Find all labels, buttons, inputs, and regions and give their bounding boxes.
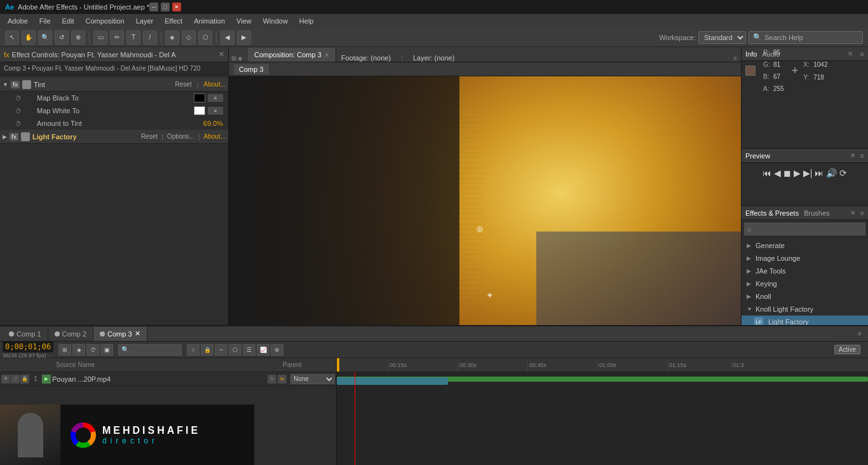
timeline-tab-comp2[interactable]: Comp 2 bbox=[48, 327, 94, 341]
menu-composition[interactable]: Composition bbox=[81, 16, 130, 26]
tl-warp2-btn[interactable]: ⊛ bbox=[271, 344, 283, 356]
timeline-search-input[interactable] bbox=[118, 344, 182, 356]
workspace-select[interactable]: Standard bbox=[698, 31, 746, 44]
tint-collapse-arrow[interactable]: ▼ bbox=[3, 81, 8, 88]
timeline-tab-comp1[interactable]: Comp 1 bbox=[3, 327, 48, 341]
tool-pen[interactable]: ✏ bbox=[110, 31, 124, 45]
preview-stop[interactable]: ◼ bbox=[783, 168, 791, 178]
effects-search-input[interactable] bbox=[744, 223, 865, 235]
search-help-input[interactable]: 🔍 Search Help bbox=[749, 31, 863, 44]
minimize-button[interactable]: ─ bbox=[149, 3, 158, 11]
preview-audio[interactable]: 🔊 bbox=[826, 168, 837, 178]
preview-last[interactable]: ⏭ bbox=[815, 168, 824, 178]
preview-tab[interactable]: Preview bbox=[745, 152, 770, 160]
tint-checkbox[interactable] bbox=[22, 80, 31, 89]
effect-controls-close[interactable]: ✕ bbox=[219, 50, 224, 59]
lf-collapse-arrow[interactable]: ▶ bbox=[3, 134, 7, 140]
tl-hide-btn[interactable]: ○ bbox=[187, 344, 200, 356]
effects-presets-tab[interactable]: Effects & Presets bbox=[745, 209, 799, 217]
amount-to-tint-value[interactable]: 69.0% bbox=[203, 120, 223, 127]
menu-view[interactable]: View bbox=[231, 16, 257, 26]
footage-tab[interactable]: Footage: (none) bbox=[341, 54, 391, 62]
preview-menu[interactable]: ≡ bbox=[860, 152, 864, 160]
layer-eye[interactable]: 👁 bbox=[1, 375, 10, 384]
tool-text[interactable]: T bbox=[126, 31, 140, 45]
tree-item-image-lounge[interactable]: ▶ Image Lounge bbox=[742, 252, 868, 265]
layer-solo[interactable]: ☉ bbox=[11, 375, 20, 384]
menu-file[interactable]: File bbox=[34, 16, 56, 26]
tool-rect[interactable]: ▭ bbox=[93, 31, 107, 45]
tl-panel-menu[interactable]: ≡ bbox=[858, 330, 862, 337]
layer-name[interactable]: Pouyan ...20P.mp4 bbox=[52, 375, 266, 383]
preview-next[interactable]: ▶| bbox=[803, 168, 813, 178]
tool-shape[interactable]: ◇ bbox=[182, 31, 196, 45]
tl-motion-btn[interactable]: ☰ bbox=[243, 344, 255, 356]
preview-close[interactable]: ✕ bbox=[850, 152, 855, 159]
tl-compose-btn[interactable]: ⊞ bbox=[58, 344, 71, 356]
tree-item-knoll[interactable]: ▶ Knoll bbox=[742, 290, 868, 303]
tool-camera[interactable]: ⊕ bbox=[71, 31, 85, 45]
ep-close[interactable]: ✕ bbox=[850, 209, 855, 216]
tint-about[interactable]: About... bbox=[204, 81, 226, 88]
menu-adobe[interactable]: Adobe bbox=[3, 16, 33, 26]
tool-next-frame[interactable]: ▶ bbox=[237, 31, 251, 45]
menu-effect[interactable]: Effect bbox=[159, 16, 187, 26]
layer-parent-select[interactable]: None bbox=[290, 374, 335, 384]
lf-checkbox[interactable] bbox=[21, 132, 30, 141]
close-button[interactable]: ✕ bbox=[172, 3, 181, 11]
map-black-color-swatch[interactable] bbox=[194, 94, 205, 102]
tl-solo-btn[interactable]: ◈ bbox=[72, 344, 85, 356]
tl-tab-comp3-close[interactable]: ✕ bbox=[135, 330, 140, 338]
layer-lock[interactable]: 🔒 bbox=[20, 375, 29, 384]
tint-reset[interactable]: Reset bbox=[175, 81, 192, 88]
info-panel-menu[interactable]: ≡ bbox=[860, 50, 864, 58]
tl-time-btn[interactable]: ⏱ bbox=[86, 344, 99, 356]
menu-edit[interactable]: Edit bbox=[57, 16, 79, 26]
layer-switch-1[interactable]: ≡ bbox=[268, 375, 276, 384]
tree-item-jae-tools[interactable]: ▶ JAe Tools bbox=[742, 265, 868, 277]
tree-item-generate[interactable]: ▶ Generate bbox=[742, 239, 868, 252]
preview-first[interactable]: ⏮ bbox=[763, 168, 771, 178]
menu-layer[interactable]: Layer bbox=[131, 16, 159, 26]
preview-loop[interactable]: ⟳ bbox=[839, 168, 847, 178]
clip-bar[interactable] bbox=[337, 377, 448, 385]
info-panel-close[interactable]: ✕ bbox=[848, 50, 853, 57]
playhead[interactable] bbox=[355, 372, 355, 465]
tl-lock-btn[interactable]: 🔒 bbox=[201, 344, 214, 356]
composition-tab[interactable]: Composition: Comp 3 ✕ bbox=[248, 48, 336, 62]
lf-about[interactable]: About... bbox=[204, 133, 226, 140]
tool-brush[interactable]: / bbox=[143, 31, 157, 45]
tl-draft-btn[interactable]: ⬡ bbox=[229, 344, 241, 356]
brushes-tab[interactable]: Brushes bbox=[804, 209, 829, 217]
tree-item-keying[interactable]: ▶ Keying bbox=[742, 277, 868, 290]
tl-graph-btn[interactable]: 📈 bbox=[257, 344, 269, 356]
tool-pin[interactable]: ◈ bbox=[165, 31, 179, 45]
comp-panel-menu[interactable]: ≡ bbox=[733, 55, 737, 62]
timeline-tab-comp3[interactable]: Comp 3 ✕ bbox=[93, 327, 147, 341]
tool-prev-frame[interactable]: ◀ bbox=[220, 31, 234, 45]
preview-play[interactable]: ▶ bbox=[794, 168, 801, 178]
layer-tab[interactable]: Layer: (none) bbox=[413, 54, 454, 62]
tl-shy-btn[interactable]: ~ bbox=[215, 344, 227, 356]
comp-tab-close[interactable]: ✕ bbox=[324, 52, 329, 59]
tool-hand[interactable]: ✋ bbox=[22, 31, 36, 45]
tl-timecode[interactable]: 0;00;01;06 bbox=[3, 342, 53, 352]
map-white-color-swatch[interactable] bbox=[194, 106, 205, 115]
map-black-slider[interactable]: ≡ bbox=[208, 94, 223, 102]
tool-roto[interactable]: ⬡ bbox=[198, 31, 212, 45]
maximize-button[interactable]: □ bbox=[161, 3, 170, 11]
preview-prev[interactable]: ◀ bbox=[774, 168, 781, 178]
lf-options[interactable]: Options... bbox=[167, 133, 194, 140]
ep-menu[interactable]: ≡ bbox=[860, 209, 864, 217]
menu-help[interactable]: Help bbox=[294, 16, 319, 26]
stopwatch-icon-white[interactable]: ⏱ bbox=[15, 108, 22, 115]
stopwatch-icon-amount[interactable]: ⏱ bbox=[15, 120, 22, 127]
menu-window[interactable]: Window bbox=[258, 16, 293, 26]
tool-rotate[interactable]: ↺ bbox=[55, 31, 69, 45]
layer-fx-switch[interactable]: fx bbox=[278, 375, 287, 384]
stopwatch-icon-black[interactable]: ⏱ bbox=[15, 95, 22, 102]
tl-render-btn[interactable]: ▣ bbox=[100, 344, 113, 356]
map-white-slider[interactable]: ≡ bbox=[208, 107, 223, 115]
comp-inner-tab[interactable]: Comp 3 bbox=[234, 64, 269, 74]
info-tab[interactable]: Info bbox=[745, 50, 757, 58]
